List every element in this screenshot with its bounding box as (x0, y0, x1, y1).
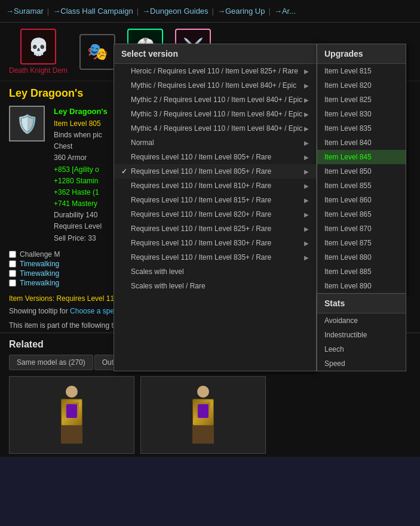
model-torso-1 (61, 399, 82, 426)
upgrade-items-container: Item Level 815Item Level 820Item Level 8… (317, 64, 406, 293)
version-label-2: Mythic 2 / Requires Level 110 / Item Lev… (131, 96, 304, 104)
upgrade-item-5[interactable]: Item Level 840 (317, 136, 406, 150)
model-chest-detail-1 (66, 404, 77, 418)
model-torso-2 (192, 399, 214, 426)
nav-item-classhall[interactable]: Class Hall Campaign (60, 7, 133, 16)
nav-separator-1: | (47, 7, 49, 16)
version-label-1: Mythic / Requires Level 110 / Item Level… (131, 81, 304, 90)
version-label-11: Requires Level 110 / Item Level 825+ / R… (131, 224, 304, 233)
nav-arrow-ar: → (274, 7, 282, 16)
version-item-6[interactable]: ✓Requires Level 110 / Item Level 805+ / … (114, 150, 316, 164)
version-item-4[interactable]: ✓Mythic 4 / Requires Level 110 / Item Le… (114, 121, 316, 136)
version-label-7: Requires Level 110 / Item Level 805+ / R… (131, 167, 304, 176)
version-item-11[interactable]: ✓Requires Level 110 / Item Level 825+ / … (114, 222, 316, 236)
stat-item-1[interactable]: Indestructible (317, 328, 406, 342)
upgrades-header: Upgrades (317, 44, 406, 64)
character-dk[interactable]: 💀 Death Knight Dem (9, 29, 68, 75)
nav-separator-4: | (268, 7, 270, 16)
tooltip-for-text: Showing tooltip for (9, 307, 68, 315)
version-item-5[interactable]: ✓Normal▶ (114, 136, 316, 150)
nav-item-gearing[interactable]: Gearing Up (225, 7, 265, 16)
upgrade-item-14[interactable]: Item Level 885 (317, 264, 406, 279)
model-head-1 (66, 386, 78, 398)
item-stat4: +741 Mastery (54, 198, 108, 210)
upgrade-item-1[interactable]: Item Level 820 (317, 78, 406, 93)
version-arrow-9: ▶ (304, 197, 309, 204)
stat-item-0[interactable]: Avoidance (317, 313, 406, 328)
cb-label-challenge: Challenge M (20, 250, 60, 259)
item-durability: Durability 140 (54, 210, 108, 221)
version-item-0[interactable]: ✓Heroic / Requires Level 110 / Item Leve… (114, 64, 316, 78)
version-arrow-11: ▶ (304, 226, 309, 232)
version-arrow-12: ▶ (304, 240, 309, 247)
version-item-13[interactable]: ✓Requires Level 110 / Item Level 835+ / … (114, 250, 316, 264)
version-item-1[interactable]: ✓Mythic / Requires Level 110 / Item Leve… (114, 78, 316, 93)
version-label-5: Normal (131, 139, 304, 147)
char-icon-other: 🎭 (79, 34, 115, 70)
cb-timewalking-1[interactable] (9, 260, 16, 267)
version-arrow-5: ▶ (304, 140, 309, 146)
upgrade-item-8[interactable]: Item Level 855 (317, 179, 406, 193)
models-row (9, 376, 411, 454)
cb-timewalking-3[interactable] (9, 279, 16, 287)
upgrade-item-9[interactable]: Item Level 860 (317, 193, 406, 207)
nav-arrow-classhall: → (53, 7, 60, 16)
char-name-dk: Death Knight Dem (9, 66, 68, 75)
version-label-14: Scales with level (131, 267, 309, 276)
version-item-2[interactable]: ✓Mythic 2 / Requires Level 110 / Item Le… (114, 93, 316, 107)
upgrade-item-4[interactable]: Item Level 835 (317, 121, 406, 136)
upgrade-item-7[interactable]: Item Level 850 (317, 164, 406, 179)
version-item-9[interactable]: ✓Requires Level 110 / Item Level 815+ / … (114, 193, 316, 207)
item-level: Item Level 805 (54, 118, 108, 130)
model-legs-2 (192, 426, 214, 444)
stat-item-2[interactable]: Leech (317, 342, 406, 356)
nav-item-ar[interactable]: Ar... (282, 7, 296, 16)
version-item-8[interactable]: ✓Requires Level 110 / Item Level 810+ / … (114, 179, 316, 193)
nav-item-suramar[interactable]: Suramar (14, 7, 44, 16)
upgrade-item-10[interactable]: Item Level 865 (317, 207, 406, 222)
version-item-14[interactable]: ✓Scales with level (114, 264, 316, 279)
item-versions-label: Item Versions: (9, 294, 54, 303)
version-item-15[interactable]: ✓Scales with level / Rare (114, 279, 316, 293)
item-sell-price: Sell Price: 33 (54, 233, 108, 244)
upgrade-item-11[interactable]: Item Level 870 (317, 222, 406, 236)
stat-items-container: AvoidanceIndestructibleLeechSpeed (317, 313, 406, 371)
upgrade-item-3[interactable]: Item Level 830 (317, 107, 406, 121)
item-name-tt: Ley Dragoon's (54, 106, 108, 118)
stats-section: Stats AvoidanceIndestructibleLeechSpeed (317, 294, 406, 371)
item-tooltip: Ley Dragoon's Item Level 805 Binds when … (54, 106, 108, 244)
upgrade-item-2[interactable]: Item Level 825 (317, 93, 406, 107)
version-arrow-6: ▶ (304, 154, 309, 161)
upgrade-item-6[interactable]: Item Level 845 (317, 150, 406, 164)
choose-spec-link[interactable]: Choose a spec (70, 307, 118, 315)
version-item-10[interactable]: ✓Requires Level 110 / Item Level 820+ / … (114, 207, 316, 222)
model-figure-2 (192, 386, 214, 444)
nav-item-dungeon[interactable]: Dungeon Guides (150, 7, 209, 16)
version-label-13: Requires Level 110 / Item Level 835+ / R… (131, 253, 304, 262)
nav-arrow-suramar: → (6, 7, 14, 16)
version-label-0: Heroic / Requires Level 110 / Item Level… (131, 67, 304, 75)
upgrades-stats-panel: Upgrades Item Level 815Item Level 820Ite… (317, 44, 406, 371)
item-stat1: +853 [Agility o (54, 164, 108, 176)
version-label-10: Requires Level 110 / Item Level 820+ / R… (131, 210, 304, 219)
item-armor: 360 Armor (54, 152, 108, 164)
version-label-15: Scales with level / Rare (131, 282, 309, 290)
cb-challenge[interactable] (9, 251, 16, 258)
nav-arrow-dungeon: → (142, 7, 150, 16)
stat-item-3[interactable]: Speed (317, 356, 406, 371)
upgrade-item-12[interactable]: Item Level 875 (317, 236, 406, 250)
version-item-3[interactable]: ✓Mythic 3 / Requires Level 110 / Item Le… (114, 107, 316, 121)
cb-timewalking-2[interactable] (9, 270, 16, 277)
model-figure-1 (61, 386, 82, 444)
item-stat2: +1280 Stamin (54, 176, 108, 187)
version-item-12[interactable]: ✓Requires Level 110 / Item Level 830+ / … (114, 236, 316, 250)
version-arrow-2: ▶ (304, 97, 309, 103)
upgrade-item-15[interactable]: Item Level 890 (317, 279, 406, 293)
version-arrow-13: ▶ (304, 254, 309, 261)
model-box-1 (9, 376, 134, 454)
upgrade-item-0[interactable]: Item Level 815 (317, 64, 406, 78)
version-item-7[interactable]: ✓Requires Level 110 / Item Level 805+ / … (114, 164, 316, 179)
upgrade-item-13[interactable]: Item Level 880 (317, 250, 406, 264)
character-other[interactable]: 🎭 (79, 34, 115, 70)
tab-same-model[interactable]: Same model as (270) (9, 355, 93, 370)
